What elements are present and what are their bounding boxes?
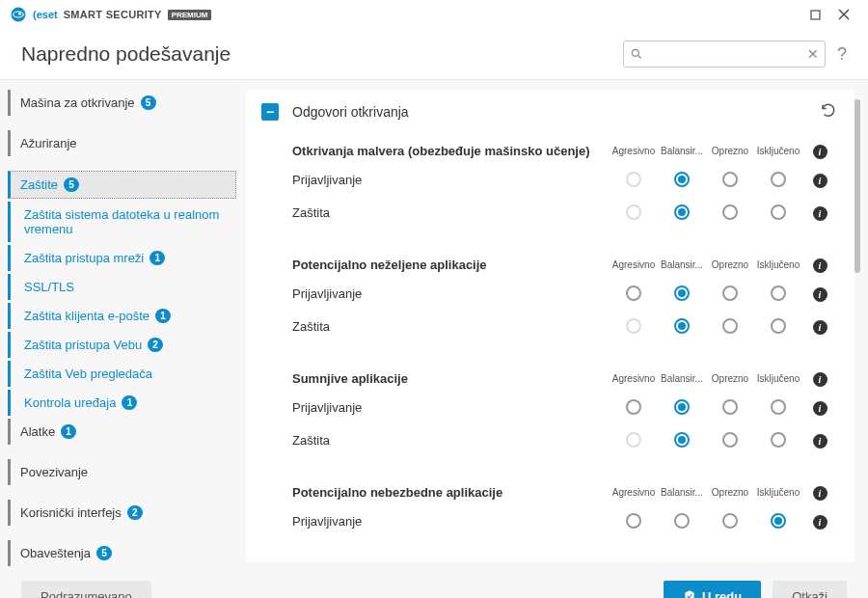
column-label: Agresivno	[610, 146, 658, 156]
radio-option[interactable]	[722, 318, 738, 334]
radio-option[interactable]	[722, 285, 738, 301]
radio-option[interactable]	[626, 285, 641, 301]
brand-badge: PREMIUM	[168, 10, 212, 20]
column-label: Agresivno	[610, 373, 658, 384]
column-label: Isključeno	[754, 259, 802, 270]
ok-button-label: U redu	[702, 589, 742, 599]
radio-option[interactable]	[674, 399, 690, 415]
search-box[interactable]: ✕	[623, 41, 826, 68]
radio-group	[610, 172, 802, 187]
group-title: Potencijalno nebezbedne aplikacije	[292, 485, 610, 500]
info-icon[interactable]: i	[813, 174, 827, 188]
setting-row: Prijavljivanjei	[246, 391, 854, 423]
undo-icon[interactable]	[820, 101, 837, 122]
info-icon[interactable]: i	[813, 287, 827, 302]
sidebar-item[interactable]: Mašina za otkrivanje5	[8, 90, 236, 116]
help-icon[interactable]: ?	[837, 44, 847, 65]
sidebar-item[interactable]: Zaštita pristupa mreži1	[8, 245, 236, 271]
setting-row: Prijavljivanjei	[246, 163, 854, 196]
row-label: Prijavljivanje	[292, 514, 610, 529]
shield-icon	[683, 589, 696, 598]
collapse-icon[interactable]: −	[261, 103, 279, 121]
radio-option[interactable]	[771, 285, 786, 301]
search-input[interactable]	[647, 47, 803, 61]
sidebar-badge: 5	[96, 546, 112, 560]
sidebar-item[interactable]: Zaštite5	[8, 171, 236, 199]
info-icon[interactable]: i	[813, 145, 827, 159]
close-button[interactable]	[829, 5, 858, 24]
info-icon[interactable]: i	[813, 515, 827, 530]
scrollbar[interactable]	[854, 90, 862, 562]
sidebar-item-label: Ažuriranje	[20, 136, 77, 150]
sidebar-item-label: Korisnički interfejs	[20, 505, 122, 520]
info-icon[interactable]: i	[813, 434, 827, 448]
radio-option[interactable]	[722, 204, 738, 220]
sidebar-item[interactable]: Zaštita Veb pregledača	[8, 361, 236, 387]
radio-option	[626, 318, 641, 334]
sidebar-item-label: Zaštita pristupa Vebu	[24, 338, 142, 352]
radio-option[interactable]	[674, 513, 690, 529]
radio-option[interactable]	[674, 204, 690, 220]
sidebar-item-label: Mašina za otkrivanje	[20, 95, 135, 110]
column-label: Balansir...	[658, 146, 706, 156]
svg-point-2	[18, 13, 21, 15]
sidebar-item[interactable]: Zaštita pristupa Vebu2	[8, 332, 236, 358]
sidebar-item[interactable]: Korisnički interfejs2	[8, 500, 236, 526]
radio-option[interactable]	[626, 399, 641, 415]
sidebar: Mašina za otkrivanje5AžuriranjeZaštite5Z…	[0, 80, 236, 572]
sidebar-badge: 5	[141, 95, 156, 110]
info-icon[interactable]: i	[813, 320, 827, 335]
column-label: Oprezno	[706, 373, 754, 384]
info-icon[interactable]: i	[813, 401, 827, 416]
radio-option[interactable]	[674, 318, 690, 334]
column-label: Balansir...	[658, 373, 706, 384]
column-label: Isključeno	[754, 146, 802, 156]
default-button[interactable]: Podrazumevano	[21, 581, 151, 598]
radio-option[interactable]	[771, 172, 786, 187]
sidebar-badge: 1	[61, 424, 76, 439]
row-label: Prijavljivanje	[292, 173, 610, 187]
sidebar-item[interactable]: Povezivanje	[8, 459, 236, 485]
radio-option[interactable]	[722, 399, 738, 415]
row-label: Zaštita	[292, 205, 610, 220]
radio-option[interactable]	[626, 513, 641, 529]
sidebar-item[interactable]: Zaštita sistema datoteka u realnom vreme…	[8, 202, 236, 242]
sidebar-item[interactable]: Alatke1	[8, 419, 236, 445]
clear-search-icon[interactable]: ✕	[807, 46, 819, 62]
radio-option[interactable]	[722, 432, 738, 448]
sidebar-item[interactable]: SSL/TLS	[8, 274, 236, 300]
sidebar-item[interactable]: Ažuriranje	[8, 130, 236, 156]
sidebar-item-label: Zaštite	[20, 177, 58, 192]
radio-option[interactable]	[771, 318, 786, 334]
scrollbar-thumb[interactable]	[854, 99, 860, 273]
radio-group	[610, 318, 802, 334]
radio-group	[610, 399, 802, 415]
setting-row: Prijavljivanjei	[246, 277, 854, 310]
sidebar-item[interactable]: Obaveštenja5	[8, 540, 236, 566]
info-icon[interactable]: i	[813, 372, 827, 387]
info-icon[interactable]: i	[813, 486, 827, 501]
radio-option[interactable]	[674, 432, 690, 448]
radio-option[interactable]	[722, 513, 738, 529]
search-icon	[630, 47, 643, 61]
sidebar-item-label: Alatke	[20, 424, 55, 439]
column-headers: AgresivnoBalansir...OpreznoIsključeno	[610, 259, 802, 270]
radio-option[interactable]	[674, 285, 690, 301]
radio-option[interactable]	[722, 172, 738, 187]
cancel-button[interactable]: Otkaži	[773, 581, 847, 598]
info-icon[interactable]: i	[813, 206, 827, 221]
radio-option[interactable]	[771, 432, 786, 448]
group-title: Otkrivanja malvera (obezbeđuje mašinsko …	[292, 144, 610, 158]
column-label: Oprezno	[706, 259, 754, 270]
radio-option[interactable]	[771, 399, 786, 415]
radio-option[interactable]	[674, 172, 690, 187]
ok-button[interactable]: U redu	[664, 581, 761, 598]
column-label: Isključeno	[754, 487, 802, 498]
info-icon[interactable]: i	[813, 258, 827, 273]
radio-group	[610, 513, 802, 529]
sidebar-item[interactable]: Zaštita klijenta e-pošte1	[8, 303, 236, 329]
radio-option[interactable]	[771, 204, 786, 220]
sidebar-item[interactable]: Kontrola uređaja1	[8, 390, 236, 416]
maximize-button[interactable]	[800, 5, 829, 24]
radio-option[interactable]	[771, 513, 786, 529]
